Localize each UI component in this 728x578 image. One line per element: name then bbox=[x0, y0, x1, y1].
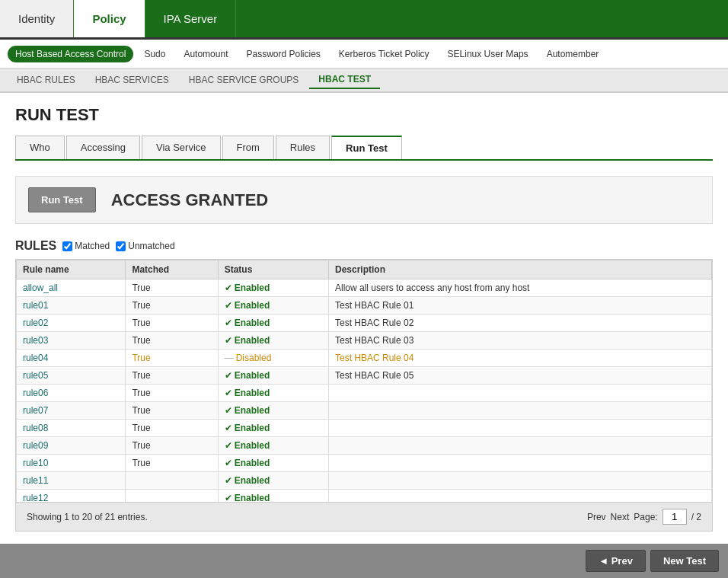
access-status: ACCESS GRANTED bbox=[111, 190, 269, 210]
status-cell: ✔Enabled bbox=[218, 315, 328, 332]
total-pages: / 2 bbox=[691, 512, 701, 522]
rule-name-cell[interactable]: rule10 bbox=[17, 455, 126, 472]
description-cell bbox=[328, 420, 711, 437]
tab-hbac-rules[interactable]: HBAC RULES bbox=[8, 72, 85, 88]
sec-nav-automember[interactable]: Automember bbox=[539, 46, 607, 62]
page-controls: Prev Next Page: / 2 bbox=[587, 509, 701, 525]
tab-navigation: HBAC RULES HBAC SERVICES HBAC SERVICE GR… bbox=[0, 69, 728, 93]
table-row: rule12✔Enabled bbox=[17, 490, 712, 503]
sec-nav-kerberos[interactable]: Kerberos Ticket Policy bbox=[331, 46, 437, 62]
description-cell: Test HBAC Rule 04 bbox=[328, 350, 711, 367]
rule-name-cell[interactable]: rule11 bbox=[17, 472, 126, 490]
sec-nav-hbac[interactable]: Host Based Access Control bbox=[8, 46, 133, 62]
rule-name-cell[interactable]: rule04 bbox=[17, 350, 126, 367]
description-cell bbox=[328, 402, 711, 420]
matched-checkbox[interactable] bbox=[62, 241, 72, 251]
run-test-section: Run Test ACCESS GRANTED bbox=[15, 176, 713, 224]
nav-policy[interactable]: Policy bbox=[74, 0, 145, 37]
matched-cell: True bbox=[126, 350, 218, 367]
rule-name-cell[interactable]: rule07 bbox=[17, 402, 126, 420]
page-label: Page: bbox=[634, 512, 657, 522]
table-row: rule11✔Enabled bbox=[17, 472, 712, 490]
rules-title: RULES bbox=[15, 239, 56, 253]
table-scroll-area[interactable]: Rule name Matched Status Description all… bbox=[16, 260, 712, 502]
table-row: rule07True✔Enabled bbox=[17, 402, 712, 420]
matched-cell bbox=[126, 472, 218, 490]
rule-name-cell[interactable]: rule02 bbox=[17, 315, 126, 332]
tab-hbac-test[interactable]: HBAC TEST bbox=[309, 71, 380, 89]
status-cell: ✔Enabled bbox=[218, 385, 328, 402]
status-cell: ✔Enabled bbox=[218, 455, 328, 472]
sec-nav-automount[interactable]: Automount bbox=[176, 46, 235, 62]
rule-name-cell[interactable]: allow_all bbox=[17, 279, 126, 297]
rules-table-wrap: Rule name Matched Status Description all… bbox=[15, 259, 713, 532]
prev-button[interactable]: ◄ Prev bbox=[586, 550, 646, 572]
matched-cell: True bbox=[126, 437, 218, 455]
rule-name-cell[interactable]: rule03 bbox=[17, 332, 126, 350]
pagination-bar: Showing 1 to 20 of 21 entries. Prev Next… bbox=[16, 502, 712, 531]
col-matched: Matched bbox=[126, 260, 218, 279]
description-cell bbox=[328, 437, 711, 455]
rule-name-cell[interactable]: rule08 bbox=[17, 420, 126, 437]
bottom-action-bar: ◄ Prev New Test bbox=[0, 544, 728, 578]
unmatched-checkbox[interactable] bbox=[116, 241, 126, 251]
nav-ipa-server[interactable]: IPA Server bbox=[145, 0, 237, 37]
status-cell: ✔Enabled bbox=[218, 420, 328, 437]
next-label: Next bbox=[611, 512, 630, 522]
secondary-navigation: Host Based Access Control Sudo Automount… bbox=[0, 40, 728, 69]
rule-name-cell[interactable]: rule01 bbox=[17, 297, 126, 315]
description-cell: Test HBAC Rule 02 bbox=[328, 315, 711, 332]
status-cell: ✔Enabled bbox=[218, 437, 328, 455]
sec-nav-sudo[interactable]: Sudo bbox=[136, 46, 173, 62]
matched-cell bbox=[126, 490, 218, 503]
page-input[interactable] bbox=[663, 509, 687, 525]
unmatched-checkbox-label[interactable]: Unmatched bbox=[116, 241, 174, 251]
status-cell: ✔Enabled bbox=[218, 402, 328, 420]
description-cell: Test HBAC Rule 01 bbox=[328, 297, 711, 315]
tab-hbac-service-groups[interactable]: HBAC SERVICE GROUPS bbox=[180, 72, 308, 88]
table-row: rule01True✔EnabledTest HBAC Rule 01 bbox=[17, 297, 712, 315]
matched-cell: True bbox=[126, 420, 218, 437]
rule-name-cell[interactable]: rule09 bbox=[17, 437, 126, 455]
tab-via-service[interactable]: Via Service bbox=[142, 136, 221, 159]
description-cell: Allow all users to access any host from … bbox=[328, 279, 711, 297]
table-row: rule10True✔Enabled bbox=[17, 455, 712, 472]
status-cell: ✔Enabled bbox=[218, 367, 328, 385]
new-test-button[interactable]: New Test bbox=[650, 550, 719, 572]
tab-rules[interactable]: Rules bbox=[276, 136, 330, 159]
page-title: RUN TEST bbox=[15, 105, 713, 125]
col-rule-name: Rule name bbox=[17, 260, 126, 279]
tab-hbac-services[interactable]: HBAC SERVICES bbox=[86, 72, 178, 88]
tab-from[interactable]: From bbox=[222, 136, 274, 159]
matched-checkbox-label[interactable]: Matched bbox=[62, 241, 110, 251]
matched-cell: True bbox=[126, 297, 218, 315]
matched-cell: True bbox=[126, 402, 218, 420]
status-cell: ✔Enabled bbox=[218, 472, 328, 490]
rules-table: Rule name Matched Status Description all… bbox=[16, 260, 712, 502]
nav-identity[interactable]: Identity bbox=[0, 0, 74, 37]
status-cell: ✔Enabled bbox=[218, 332, 328, 350]
matched-cell: True bbox=[126, 332, 218, 350]
description-cell bbox=[328, 385, 711, 402]
unmatched-label: Unmatched bbox=[128, 241, 174, 251]
description-cell bbox=[328, 455, 711, 472]
col-description: Description bbox=[328, 260, 711, 279]
matched-label: Matched bbox=[75, 241, 110, 251]
tab-accessing[interactable]: Accessing bbox=[66, 136, 140, 159]
sec-nav-password[interactable]: Password Policies bbox=[238, 46, 327, 62]
table-row: allow_allTrue✔EnabledAllow all users to … bbox=[17, 279, 712, 297]
matched-cell: True bbox=[126, 367, 218, 385]
showing-entries: Showing 1 to 20 of 21 entries. bbox=[27, 512, 148, 522]
sec-nav-selinux[interactable]: SELinux User Maps bbox=[440, 46, 536, 62]
rule-name-cell[interactable]: rule12 bbox=[17, 490, 126, 503]
status-cell: ✔Enabled bbox=[218, 279, 328, 297]
rule-name-cell[interactable]: rule05 bbox=[17, 367, 126, 385]
tab-who[interactable]: Who bbox=[15, 136, 65, 159]
content-area: RUN TEST Who Accessing Via Service From … bbox=[0, 93, 728, 544]
rule-name-cell[interactable]: rule06 bbox=[17, 385, 126, 402]
tab-run-test[interactable]: Run Test bbox=[331, 136, 402, 159]
run-test-button[interactable]: Run Test bbox=[28, 187, 96, 212]
table-row: rule08True✔Enabled bbox=[17, 420, 712, 437]
table-row: rule09True✔Enabled bbox=[17, 437, 712, 455]
page-wrapper: Identity Policy IPA Server Host Based Ac… bbox=[0, 0, 728, 578]
